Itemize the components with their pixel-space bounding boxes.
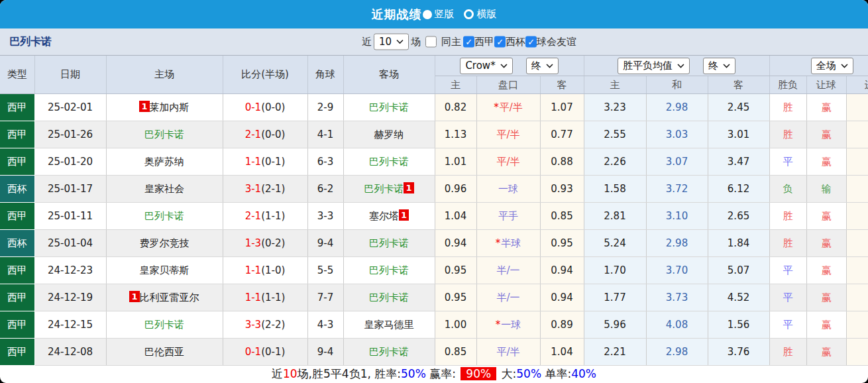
home-team-name: 奥萨苏纳 — [144, 156, 184, 168]
euro-time-select[interactable]: 终 — [703, 58, 735, 74]
result-cell: 平 — [769, 148, 806, 176]
handicap-line: 一球 — [501, 319, 521, 331]
halftime-score: (1-1) — [261, 210, 285, 222]
same-home-checkbox[interactable] — [425, 36, 437, 48]
radio-horizontal-layout-icon[interactable] — [464, 9, 474, 19]
score-cell: 2-1(1-1) — [223, 203, 307, 230]
ah-away-odds-cell: 1.07 — [540, 94, 584, 121]
date-cell: 25-01-11 — [34, 203, 106, 230]
rank-badge: 1 — [129, 291, 139, 302]
eu-away-odds-cell: 3.47 — [708, 148, 769, 176]
asian-time-value: 终 — [531, 60, 541, 72]
laliga-checkbox[interactable] — [463, 36, 474, 48]
eu-away-odds-cell: 2.45 — [708, 94, 769, 121]
handicap-result-cell: 赢 — [806, 339, 846, 366]
filterbar: 巴列卡诺 近 10 场 同主 西甲 西杯 球会友谊 — [0, 28, 868, 56]
chevron-down-icon — [723, 64, 730, 68]
copa-checkbox[interactable] — [494, 36, 506, 48]
home-team-name: 巴伦西亚 — [144, 346, 184, 358]
eu-away-odds-cell: 1.84 — [708, 230, 769, 257]
summary-part: 赢率: — [426, 367, 460, 380]
fulltime-score: 3-3 — [245, 319, 262, 331]
handicap-result-cell: 赢 — [806, 94, 846, 121]
eu-draw-odds-cell: 4.08 — [646, 311, 708, 339]
score-cell: 3-3(2-2) — [223, 311, 307, 339]
home-team-cell: 奥萨苏纳 — [106, 148, 223, 176]
ah-home-odds-cell: 0.95 — [435, 257, 476, 284]
page-title: 近期战绩 — [372, 7, 422, 23]
ah-away-odds-cell: 0.89 — [540, 311, 584, 339]
fulltime-score: 2-1 — [245, 210, 262, 222]
halftime-score: (0-2) — [261, 237, 285, 249]
radio-horizontal-label[interactable]: 横版 — [477, 8, 497, 21]
chevron-down-icon — [677, 64, 684, 68]
league-type-cell: 西甲 — [0, 339, 34, 366]
corners-cell: 6-2 — [307, 176, 343, 203]
result-cell: 胜 — [769, 121, 806, 148]
ah-line-cell: 一球 — [476, 176, 540, 203]
eu-away-odds-cell: 5.07 — [708, 257, 769, 284]
away-team-cell: 巴列卡诺 — [343, 284, 435, 311]
games-label: 场 — [411, 36, 421, 48]
date-cell: 25-01-04 — [34, 230, 106, 257]
filters: 近 10 场 同主 西甲 西杯 球会友谊 — [360, 34, 576, 50]
fulltime-score: 1-3 — [245, 237, 262, 249]
chevron-down-icon — [500, 64, 508, 68]
ah-line-cell: *半球 — [476, 230, 540, 257]
league-type-cell: 西甲 — [0, 257, 34, 284]
result-cell: 平 — [769, 284, 806, 311]
corners-cell: 6-3 — [307, 148, 343, 176]
ah-line-cell: 平/半 — [476, 121, 540, 148]
away-team-name: 巴列卡诺 — [364, 183, 404, 195]
avg-odds-select[interactable]: 胜平负均值 — [618, 58, 690, 74]
eu-draw-odds-cell: 2.98 — [646, 339, 708, 366]
asian-time-select[interactable]: 终 — [526, 58, 559, 74]
ah-line-cell: 半/一 — [476, 284, 540, 311]
euro-odds-group: 胜平负均值 终 — [584, 56, 769, 76]
recent-results-panel: 近期战绩 竖版 横版 巴列卡诺 近 10 场 同主 西甲 西杯 球会友谊 — [0, 0, 868, 383]
chevron-down-icon — [396, 40, 404, 44]
away-team-name: 巴列卡诺 — [369, 292, 409, 303]
ah-line-cell: *平/半 — [476, 94, 540, 121]
recent-count-value: 10 — [379, 36, 392, 48]
away-team-cell: 巴列卡诺 — [343, 94, 435, 121]
away-team-cell: 赫罗纳 — [343, 121, 435, 148]
radio-vertical-label[interactable]: 竖版 — [435, 8, 455, 21]
table-row: 西甲 25-02-01 1莱加内斯 0-1(0-0) 2-9 巴列卡诺 0.82… — [0, 94, 868, 121]
eu-home-odds-cell: 2.26 — [584, 148, 646, 176]
goals-cell — [846, 284, 868, 311]
date-cell: 25-01-20 — [34, 148, 106, 176]
ah-away-odds-cell: 0.95 — [540, 230, 584, 257]
eu-away-odds-cell: 3.01 — [708, 121, 769, 148]
ah-away-odds-cell: 0.94 — [540, 257, 584, 284]
result-cell: 平 — [769, 311, 806, 339]
handicap-result-cell: 赢 — [806, 148, 846, 176]
away-team-cell: 巴列卡诺1 — [343, 176, 435, 203]
handicap-result-cell: 赢 — [806, 257, 846, 284]
ah-line-cell: 半/一 — [476, 257, 540, 284]
friendly-checkbox[interactable] — [525, 36, 537, 48]
score-cell: 1-1(1-1) — [223, 284, 307, 311]
league-type-cell: 西甲 — [0, 284, 34, 311]
ah-line-cell: 平/半 — [476, 339, 540, 366]
away-team-name: 皇家马德里 — [364, 319, 414, 331]
ah-away-odds-cell: 1.04 — [540, 339, 584, 366]
date-cell: 25-01-26 — [34, 121, 106, 148]
fulltime-score: 1-1 — [245, 156, 262, 168]
home-team-cell: 1莱加内斯 — [106, 94, 223, 121]
eu-home-odds-cell: 1.70 — [584, 257, 646, 284]
bookmaker-select[interactable]: Crow* — [460, 58, 512, 74]
away-team-cell: 巴列卡诺 — [343, 230, 435, 257]
handicap-result-cell: 赢 — [806, 230, 846, 257]
subcol-ah-away: 客 — [540, 76, 584, 94]
scope-select[interactable]: 全场 — [811, 58, 853, 74]
near-label: 近 — [362, 36, 372, 48]
bookmaker-value: Crow* — [465, 60, 495, 72]
away-team-name: 巴列卡诺 — [369, 346, 409, 358]
result-cell: 胜 — [769, 230, 806, 257]
summary-part: 50% — [516, 367, 541, 380]
radio-vertical-layout-icon[interactable] — [423, 10, 432, 19]
recent-count-select[interactable]: 10 — [374, 34, 409, 50]
copa-label: 西杯 — [506, 36, 525, 48]
corners-cell: 2-9 — [307, 94, 343, 121]
